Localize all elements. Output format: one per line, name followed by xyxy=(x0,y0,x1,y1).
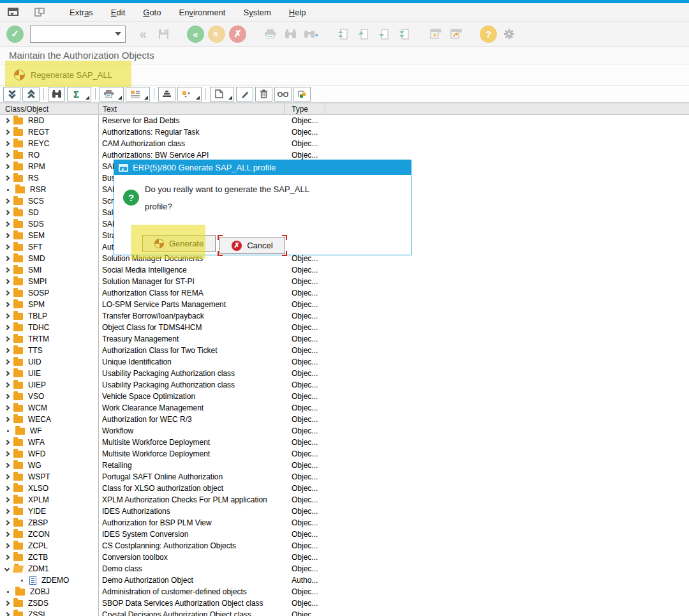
tree-cell[interactable]: WFD xyxy=(0,448,99,460)
tree-cell[interactable]: WFA xyxy=(0,437,99,448)
tree-cell[interactable]: SOSP xyxy=(0,287,99,299)
table-row[interactable]: WSPTPortugal SAFT Online AuthorizationOb… xyxy=(0,471,689,483)
expand-chevron-icon[interactable] xyxy=(4,486,10,491)
tree-cell[interactable]: RO xyxy=(0,149,99,161)
create-button[interactable] xyxy=(210,87,234,101)
tree-cell[interactable]: XPLM xyxy=(0,494,99,506)
tree-cell[interactable]: YIDE xyxy=(0,506,99,517)
table-row[interactable]: RBDReserve for Bad DebtsObjec... xyxy=(0,115,689,126)
table-row[interactable]: SMPISolution Manager for ST-PIObjec... xyxy=(0,276,689,287)
tree-cell[interactable]: TBLP xyxy=(0,310,99,322)
expand-chevron-icon[interactable] xyxy=(4,359,10,364)
tree-cell[interactable]: SEM xyxy=(0,230,99,241)
table-row[interactable]: SPMLO-SPM Service Parts ManagementObjec.… xyxy=(0,299,689,310)
table-row[interactable]: XLSOClass for XLSO authorization objectO… xyxy=(0,483,689,494)
expand-chevron-icon[interactable] xyxy=(4,233,10,238)
tree-cell[interactable]: WG xyxy=(0,460,99,471)
table-row[interactable]: WGRetailingObjec... xyxy=(0,460,689,471)
expand-chevron-icon[interactable] xyxy=(4,141,10,146)
table-row[interactable]: TBLPTransfer Borrow/loan/paybackObjec... xyxy=(0,310,689,322)
table-row[interactable]: ZDEMODemo Authorization ObjectAutho... xyxy=(0,575,689,586)
table-row[interactable]: ZBSPAuthorization for BSP PLM ViewObjec.… xyxy=(0,517,689,529)
tree-cell[interactable]: XLSO xyxy=(0,483,99,494)
expand-chevron-icon[interactable] xyxy=(4,612,10,616)
table-row[interactable]: ZCONIDES System ConversionObjec... xyxy=(0,529,689,540)
table-row[interactable]: WCMWork Clearance ManagementObjec... xyxy=(0,402,689,414)
expand-chevron-icon[interactable] xyxy=(4,474,10,479)
change-layout-button[interactable] xyxy=(126,87,150,101)
expand-chevron-icon[interactable] xyxy=(4,543,10,548)
expand-chevron-icon[interactable] xyxy=(4,118,10,123)
tree-cell[interactable]: SPM xyxy=(0,299,99,310)
sap-screen-icon[interactable] xyxy=(8,8,19,17)
table-row[interactable]: TTSAuthorization Class for Two TicketObj… xyxy=(0,345,689,356)
tree-cell[interactable]: RS xyxy=(0,172,99,184)
regenerate-sap-all-button[interactable]: Regenerate SAP_ALL xyxy=(0,64,689,86)
legend-button[interactable] xyxy=(293,87,311,101)
table-row[interactable]: SMISocial Media IntelligenceObjec... xyxy=(0,264,689,276)
expand-all-button[interactable] xyxy=(3,87,20,101)
expand-chevron-icon[interactable] xyxy=(4,348,10,353)
expand-chevron-icon[interactable] xyxy=(4,153,10,158)
menu-item-system[interactable]: System xyxy=(234,8,279,17)
expand-chevron-icon[interactable] xyxy=(4,130,10,135)
table-row[interactable]: WECAAuthorization for WEC R/3Objec... xyxy=(0,414,689,425)
menu-item-edit[interactable]: Edit xyxy=(102,8,134,17)
expand-chevron-icon[interactable] xyxy=(4,210,10,215)
tree-cell[interactable]: ZDEMO xyxy=(0,575,99,586)
command-dropdown-icon[interactable] xyxy=(115,32,121,36)
dialog-title-bar[interactable]: ERP(5)/800 Generate SAP_ALL profile xyxy=(114,160,411,175)
expand-chevron-icon[interactable] xyxy=(4,199,10,204)
tree-cell[interactable]: RBD xyxy=(0,115,99,126)
expand-chevron-icon[interactable] xyxy=(4,176,10,181)
table-row[interactable]: ZSDSSBOP Data Services Authorization Obj… xyxy=(0,597,689,609)
table-row[interactable]: UIDUnique IdentificationObjec... xyxy=(0,356,689,368)
tree-cell[interactable]: VSO xyxy=(0,391,99,402)
enter-button[interactable]: ✓ xyxy=(6,26,24,43)
tree-cell[interactable]: WSPT xyxy=(0,471,99,483)
tree-cell[interactable]: ZBSP xyxy=(0,517,99,529)
table-row[interactable]: ZOBJAdministration of customer-defined o… xyxy=(0,586,689,597)
table-row[interactable]: ZDM1Demo classObjec... xyxy=(0,563,689,575)
table-row[interactable]: SOSPAuthorization Class for REMAObjec... xyxy=(0,287,689,299)
expand-chevron-icon[interactable] xyxy=(4,164,10,169)
menu-item-extras[interactable]: Extras xyxy=(61,8,102,17)
column-header-class-object[interactable]: Class/Object xyxy=(0,103,99,114)
cancel-button[interactable]: ✗ Cancel xyxy=(219,237,285,254)
table-row[interactable]: ZSSICrystal Decisions Authorization Obje… xyxy=(0,609,689,616)
expand-chevron-icon[interactable] xyxy=(4,244,10,250)
tree-cell[interactable]: ZCPL xyxy=(0,540,99,552)
tree-cell[interactable]: SMI xyxy=(0,264,99,276)
expand-chevron-icon[interactable] xyxy=(4,394,10,399)
gui-layout-icon[interactable] xyxy=(34,7,45,17)
print-button[interactable] xyxy=(100,87,124,101)
cancel-transaction-button[interactable]: ✗ xyxy=(229,26,246,43)
table-row[interactable]: ZCPLCS Costplanning: Authorization Objec… xyxy=(0,540,689,552)
tree-cell[interactable]: SFT xyxy=(0,241,99,253)
expand-chevron-icon[interactable] xyxy=(4,382,10,387)
tree-cell[interactable]: RSR xyxy=(0,184,99,195)
expand-chevron-icon[interactable] xyxy=(4,325,10,330)
tree-cell[interactable]: ZCTB xyxy=(0,552,99,563)
exit-button[interactable]: « xyxy=(208,26,225,43)
tree-cell[interactable]: TDHC xyxy=(0,322,99,333)
table-row[interactable]: WFWorkflowObjec... xyxy=(0,425,689,437)
sort-button[interactable] xyxy=(158,87,175,101)
edit-button[interactable] xyxy=(236,87,253,101)
table-row[interactable]: WFAMultisite Workforce DeploymentObjec..… xyxy=(0,437,689,448)
help-button[interactable]: ? xyxy=(480,26,497,43)
expand-chevron-icon[interactable] xyxy=(4,222,10,227)
delete-button[interactable] xyxy=(255,87,272,101)
expand-chevron-icon[interactable] xyxy=(4,267,10,273)
expand-chevron-icon[interactable] xyxy=(4,555,10,560)
menu-item-help[interactable]: Help xyxy=(280,8,315,17)
command-input[interactable] xyxy=(40,26,115,42)
expand-chevron-icon[interactable] xyxy=(4,371,10,376)
tree-cell[interactable]: SMPI xyxy=(0,276,99,287)
display-button[interactable] xyxy=(274,87,292,101)
tree-cell[interactable]: WCM xyxy=(0,402,99,414)
table-row[interactable]: ZCTBConversion toolboxObjec... xyxy=(0,552,689,563)
expand-chevron-icon[interactable] xyxy=(4,463,10,468)
back-button[interactable]: « xyxy=(187,26,204,43)
expand-chevron-icon[interactable] xyxy=(4,405,10,410)
